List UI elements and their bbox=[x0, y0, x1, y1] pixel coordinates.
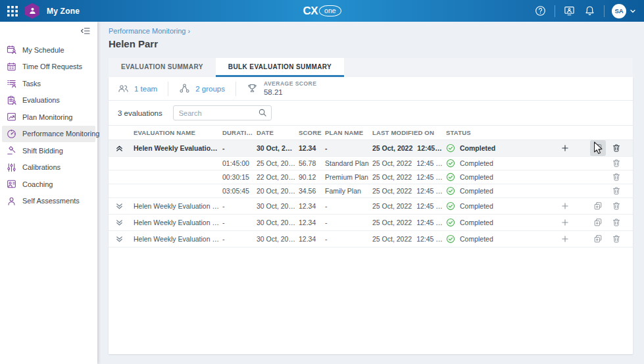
sidebar-item-shift-bidding[interactable]: Shift Bidding bbox=[2, 142, 95, 159]
table-row[interactable]: Helen Weekly Evaluation - June 20-30 Oct… bbox=[109, 198, 633, 215]
date-cell: 25 Oct, 2022 bbox=[257, 159, 299, 167]
evaluations-icon bbox=[7, 95, 16, 105]
evaluations-table: EVALUATION NAMEDURATIONDATESCOREPLAN NAM… bbox=[109, 125, 633, 247]
topbar-left: My Zone bbox=[0, 3, 80, 19]
row-actions bbox=[500, 231, 633, 247]
score-cell: 12.34 bbox=[299, 235, 325, 243]
last-modified-cell: 25 Oct, 202212:45 PM bbox=[372, 235, 446, 243]
sidebar-item-plan-monitoring[interactable]: Plan Monitoring bbox=[2, 109, 95, 126]
sidebar-item-my-schedule[interactable]: My Schedule bbox=[2, 41, 95, 59]
add-evaluation-button[interactable] bbox=[557, 198, 573, 214]
tab-evaluation-summary[interactable]: EVALUATION SUMMARY bbox=[109, 58, 216, 77]
app-launcher-icon[interactable] bbox=[7, 6, 18, 16]
duration-cell: - bbox=[222, 219, 257, 226]
last-modified-cell: 25 Oct, 202212:45 PM bbox=[372, 219, 446, 226]
score-cell: 12.34 bbox=[299, 219, 325, 226]
status-label: Completed bbox=[460, 219, 493, 226]
table-row[interactable]: 03:05:4520 Oct, 202234.56Family Plan25 O… bbox=[109, 184, 633, 198]
row-actions bbox=[500, 215, 633, 230]
content-area: Performance Monitoring› Helen Parr EVALU… bbox=[97, 22, 644, 364]
team-stat-link[interactable]: 1 team bbox=[118, 83, 157, 94]
sidebar-item-coaching[interactable]: Coaching bbox=[2, 176, 95, 193]
trophy-icon bbox=[247, 83, 258, 94]
copy-evaluation-button[interactable] bbox=[590, 140, 606, 156]
tab-bar: EVALUATION SUMMARYBULK EVALUATION SUMMAR… bbox=[109, 58, 633, 77]
table-row[interactable]: 00:30:1522 Oct, 202290.12Premium Plan25 … bbox=[109, 170, 633, 184]
search-input[interactable] bbox=[173, 105, 272, 120]
delete-evaluation-button[interactable] bbox=[608, 198, 624, 214]
groups-stat-link[interactable]: 2 groups bbox=[179, 83, 225, 94]
groups-icon bbox=[179, 83, 190, 94]
evaluation-name-cell: Helen Weekly Evaluation - June 20 bbox=[134, 202, 222, 210]
evaluation-name-cell: Helen Weekly Evaluation - June 20 bbox=[134, 235, 222, 243]
agent-monitor-icon[interactable] bbox=[564, 5, 575, 16]
row-actions bbox=[500, 198, 633, 214]
sidebar-collapse-icon[interactable] bbox=[80, 26, 91, 36]
summary-stats-row: 1 team 2 groups AVERAGE SCORE 58.21 bbox=[109, 77, 633, 101]
add-evaluation-button[interactable] bbox=[557, 140, 573, 156]
notifications-bell-icon[interactable] bbox=[584, 5, 595, 16]
sidebar-item-calibrations[interactable]: Calibrations bbox=[2, 159, 95, 176]
plan-name-cell: - bbox=[325, 235, 372, 243]
breadcrumb-link[interactable]: Performance Monitoring bbox=[109, 27, 186, 35]
column-header-status: STATUS bbox=[446, 129, 500, 136]
sidebar-item-label: Tasks bbox=[22, 80, 41, 88]
sidebar-item-self-assessments[interactable]: Self Assessments bbox=[2, 193, 95, 210]
topbar: My Zone CX one SA bbox=[0, 0, 644, 22]
delete-evaluation-button[interactable] bbox=[608, 215, 624, 230]
tab-bulk-evaluation-summary[interactable]: BULK EVALUATION SUMMARY bbox=[216, 58, 344, 77]
user-avatar[interactable]: SA bbox=[612, 4, 626, 18]
team-stat-label[interactable]: 1 team bbox=[134, 85, 157, 93]
expand-row-icon[interactable] bbox=[109, 202, 134, 211]
expand-row-icon[interactable] bbox=[109, 219, 134, 227]
copy-evaluation-button[interactable] bbox=[590, 215, 606, 230]
calibrations-icon bbox=[7, 163, 16, 172]
table-row[interactable]: Helen Weekly Evaluation - June 20-30 Oct… bbox=[109, 215, 633, 231]
search-box bbox=[173, 105, 272, 120]
time-off-requests-icon bbox=[7, 62, 16, 72]
copy-evaluation-button[interactable] bbox=[590, 198, 606, 214]
sidebar-item-tasks[interactable]: Tasks bbox=[2, 75, 95, 92]
table-row[interactable]: Helen Weekly Evaluation - June 20-30 Oct… bbox=[109, 231, 633, 247]
table-row[interactable]: Helen Weekly Evaluation - June...-30 Oct… bbox=[109, 140, 633, 157]
last-modified-cell: 25 Oct, 202212:45 PM bbox=[372, 144, 446, 152]
status-cell: Completed bbox=[446, 201, 500, 211]
collapse-row-icon[interactable] bbox=[109, 144, 134, 153]
last-modified-cell: 25 Oct, 202212:45 PM bbox=[372, 173, 446, 181]
sidebar-item-time-off-requests[interactable]: Time Off Requests bbox=[2, 59, 95, 76]
status-completed-icon bbox=[446, 218, 455, 227]
sidebar-item-label: Shift Bidding bbox=[22, 147, 63, 155]
evaluation-name-cell: Helen Weekly Evaluation - June... bbox=[134, 144, 222, 152]
sidebar-item-evaluations[interactable]: Evaluations bbox=[2, 92, 95, 109]
app-title: My Zone bbox=[47, 7, 80, 16]
tasks-icon bbox=[7, 78, 16, 88]
duration-cell: 00:30:15 bbox=[222, 173, 257, 181]
copy-evaluation-button[interactable] bbox=[590, 231, 606, 247]
expand-row-icon[interactable] bbox=[109, 235, 134, 244]
status-cell: Completed bbox=[446, 172, 500, 182]
add-evaluation-button[interactable] bbox=[557, 231, 573, 247]
sidebar-item-performance-monitoring[interactable]: Performance Monitoring bbox=[2, 126, 95, 143]
delete-evaluation-button[interactable] bbox=[608, 183, 624, 199]
add-evaluation-button[interactable] bbox=[557, 215, 573, 230]
date-cell: 30 Oct, 2022 bbox=[257, 235, 299, 243]
table-row[interactable]: 01:45:0025 Oct, 202256.78Standard Plan25… bbox=[109, 157, 633, 170]
team-icon bbox=[118, 83, 129, 94]
delete-evaluation-button[interactable] bbox=[608, 231, 624, 247]
user-menu-chevron-icon[interactable] bbox=[630, 8, 636, 14]
date-cell: 20 Oct, 2022 bbox=[257, 187, 299, 195]
score-cell: 12.34 bbox=[299, 202, 325, 210]
help-icon[interactable] bbox=[535, 5, 546, 16]
status-label: Completed bbox=[460, 159, 493, 167]
plan-name-cell: - bbox=[325, 144, 372, 152]
sidebar-item-label: Evaluations bbox=[22, 96, 60, 104]
coaching-icon bbox=[7, 179, 16, 189]
search-icon[interactable] bbox=[258, 108, 267, 117]
breadcrumb[interactable]: Performance Monitoring› bbox=[109, 27, 633, 37]
stats-divider bbox=[235, 82, 236, 96]
groups-stat-label[interactable]: 2 groups bbox=[195, 85, 225, 93]
delete-evaluation-button[interactable] bbox=[608, 140, 624, 156]
status-completed-icon bbox=[446, 172, 455, 182]
date-cell: 30 Oct, 2022 bbox=[257, 202, 299, 210]
average-score-value: 58.21 bbox=[264, 88, 317, 97]
